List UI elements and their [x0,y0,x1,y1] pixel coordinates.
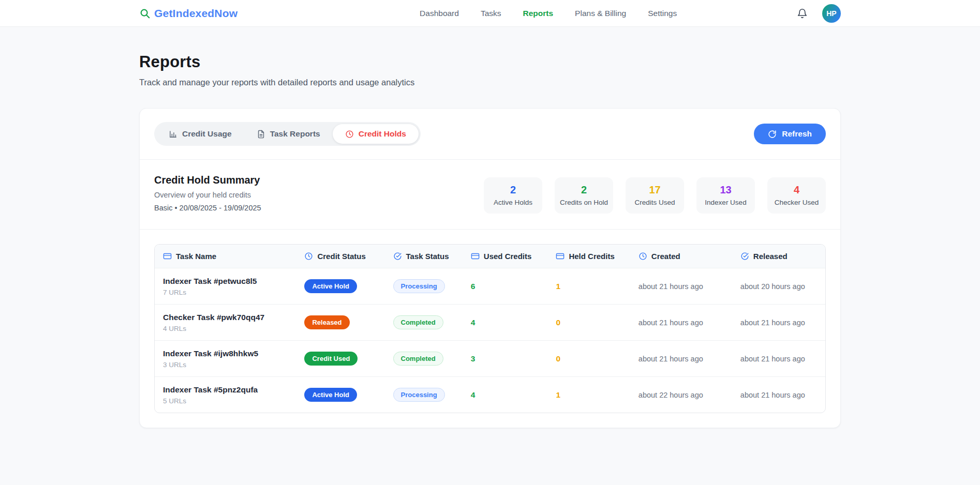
refresh-label: Refresh [782,129,812,139]
tab-label: Credit Usage [182,129,232,139]
main-nav: Dashboard Tasks Reports Plans & Billing … [420,9,677,18]
bell-icon [797,8,808,19]
page-title: Reports [139,53,841,71]
stat-value: 2 [488,184,538,196]
table-row: Indexer Task #5pnz2qufa 5 URLs Active Ho… [155,376,825,413]
stat-value: 4 [771,184,822,196]
stat-label: Credits Used [630,199,680,206]
task-status-badge: Completed [393,352,443,366]
report-tabs: Credit Usage Task Reports Credit Holds [154,122,421,146]
nav-item-settings[interactable]: Settings [648,9,677,18]
table-row: Checker Task #pwk70qq47 4 URLs Released … [155,304,825,340]
released-time: about 21 hours ago [740,391,805,399]
table-header-row: Task Name Credit Status Task Status Used… [155,245,825,268]
tab-credit-usage[interactable]: Credit Usage [156,124,244,144]
credit-hold-summary: Credit Hold Summary Overview of your hel… [140,160,840,229]
task-url-count: 5 URLs [163,397,291,405]
stat-label: Active Holds [488,199,538,206]
task-url-count: 7 URLs [163,289,291,296]
stat-value: 2 [559,184,609,196]
task-status-badge: Completed [393,315,443,329]
col-released: Released [753,252,788,261]
stat-active-holds: 2 Active Holds [484,177,542,214]
brand-logo[interactable]: GetIndexedNow [139,7,237,20]
clock-icon [345,130,354,139]
credit-status-badge: Credit Used [304,352,358,366]
reports-card: Credit Usage Task Reports Credit Holds [139,108,841,428]
stat-credits-used: 17 Credits Used [626,177,684,214]
credit-card-icon [471,252,480,261]
check-circle-icon [740,252,749,261]
top-navigation-bar: GetIndexedNow Dashboard Tasks Reports Pl… [0,0,980,27]
credit-status-badge: Active Hold [304,388,357,402]
page-subtitle: Track and manage your reports with detai… [139,78,841,87]
table-row: Indexer Task #petwuc8l5 7 URLs Active Ho… [155,268,825,304]
task-name: Indexer Task #5pnz2qufa [163,385,291,395]
task-url-count: 3 URLs [163,361,291,369]
nav-item-reports[interactable]: Reports [523,9,554,18]
credit-holds-table: Task Name Credit Status Task Status Used… [154,244,826,413]
col-held-credits: Held Credits [569,252,614,261]
task-status-badge: Processing [393,279,445,293]
held-credits-value: 1 [556,282,560,291]
used-credits-value: 4 [471,390,476,399]
bar-chart-icon [169,130,177,139]
task-name: Indexer Task #ijw8hhkw5 [163,349,291,358]
search-icon [139,8,151,19]
summary-stats: 2 Active Holds 2 Credits on Hold 17 Cred… [484,177,826,214]
user-avatar[interactable]: HP [822,4,841,23]
used-credits-value: 3 [471,354,476,363]
task-name: Checker Task #pwk70qq47 [163,313,291,322]
tab-label: Credit Holds [359,129,406,139]
task-url-count: 4 URLs [163,325,291,332]
released-time: about 21 hours ago [740,355,805,363]
stat-label: Indexer Used [701,199,751,206]
released-time: about 20 hours ago [740,282,805,291]
held-credits-value: 0 [556,354,560,363]
tab-label: Task Reports [270,129,320,139]
created-time: about 21 hours ago [639,355,703,363]
summary-plan-period: Basic • 20/08/2025 - 19/09/2025 [154,204,261,212]
credit-card-icon [556,252,565,261]
clock-icon [639,252,647,261]
credit-status-badge: Released [304,315,349,329]
stat-value: 17 [630,184,680,196]
created-time: about 22 hours ago [639,391,703,399]
check-circle-icon [393,252,402,261]
col-created: Created [651,252,680,261]
task-name: Indexer Task #petwuc8l5 [163,277,291,286]
stat-value: 13 [701,184,751,196]
stat-credits-on-hold: 2 Credits on Hold [555,177,613,214]
col-task-name: Task Name [176,252,216,261]
created-time: about 21 hours ago [639,319,703,327]
released-time: about 21 hours ago [740,319,805,327]
created-time: about 21 hours ago [639,282,703,291]
used-credits-value: 4 [471,318,476,327]
nav-item-tasks[interactable]: Tasks [481,9,501,18]
task-status-badge: Processing [393,388,445,402]
brand-name: GetIndexedNow [154,7,237,20]
held-credits-value: 0 [556,318,560,327]
used-credits-value: 6 [471,282,476,291]
col-credit-status: Credit Status [317,252,365,261]
nav-item-plans-billing[interactable]: Plans & Billing [575,9,626,18]
stat-label: Credits on Hold [559,199,609,206]
col-task-status: Task Status [406,252,449,261]
nav-item-dashboard[interactable]: Dashboard [420,9,459,18]
file-icon [257,130,265,139]
stat-label: Checker Used [771,199,822,206]
table-row: Indexer Task #ijw8hhkw5 3 URLs Credit Us… [155,340,825,376]
refresh-button[interactable]: Refresh [754,124,826,144]
summary-subtitle: Overview of your held credits [154,191,261,199]
summary-title: Credit Hold Summary [154,174,261,186]
tab-credit-holds[interactable]: Credit Holds [333,124,419,144]
stat-indexer-used: 13 Indexer Used [696,177,755,214]
credit-status-badge: Active Hold [304,279,357,293]
credit-card-icon [163,252,172,261]
refresh-icon [768,130,777,139]
notifications-button[interactable] [797,8,808,19]
tab-task-reports[interactable]: Task Reports [244,124,333,144]
held-credits-value: 1 [556,390,560,399]
clock-icon [304,252,313,261]
stat-checker-used: 4 Checker Used [767,177,826,214]
